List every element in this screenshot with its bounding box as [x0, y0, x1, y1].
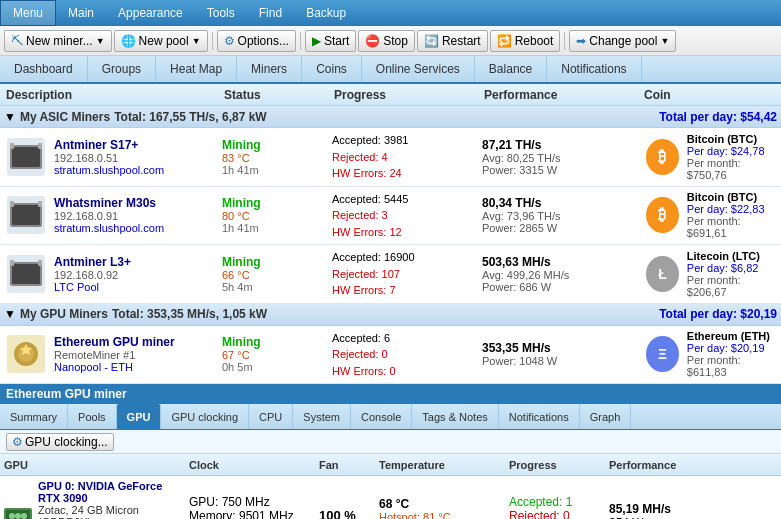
miner-perf-col: 503,63 MH/s Avg: 499,26 MH/s Power: 686 … [480, 245, 640, 303]
col-coin: Coin [644, 88, 777, 102]
bottom-tab-gpu-clocking[interactable]: GPU clocking [161, 404, 249, 429]
miner-name: Whatsminer M30s [54, 196, 218, 210]
gpu-clocking-button[interactable]: ⚙ GPU clocking... [6, 433, 114, 451]
miner-desc-col: Whatsminer M30s 192.168.0.91 stratum.slu… [52, 187, 220, 245]
bottom-tab-console[interactable]: Console [351, 404, 412, 429]
menu-item-menu[interactable]: Menu [0, 0, 56, 26]
gpu-coin-day: Per day: $20,19 [687, 342, 775, 354]
coin-month: Per month: $750,76 [687, 157, 775, 181]
menu-item-main[interactable]: Main [56, 0, 106, 26]
miner-accepted: Accepted: 16900 [332, 249, 478, 266]
bottom-tabs: Summary Pools GPU GPU clocking CPU Syste… [0, 404, 781, 430]
coin-day: Per day: $24,78 [687, 145, 775, 157]
tab-coins[interactable]: Coins [302, 56, 362, 82]
gpu-miner-desc-col: Ethereum GPU miner RemoteMiner #1 Nanopo… [52, 326, 220, 384]
menu-item-appearance[interactable]: Appearance [106, 0, 195, 26]
gpu-group-expand-icon[interactable]: ▼ [4, 307, 16, 321]
gpu-clock-gpu: GPU: 750 MHz [189, 495, 311, 509]
tab-dashboard[interactable]: Dashboard [0, 56, 88, 82]
gpu-miner-temp: 67 °C [222, 349, 328, 361]
menu-item-find[interactable]: Find [247, 0, 294, 26]
coin-info: Bitcoin (BTC) Per day: $24,78 Per month:… [687, 133, 775, 181]
tab-heatmap[interactable]: Heat Map [156, 56, 237, 82]
change-pool-dropdown-arrow[interactable]: ▼ [660, 36, 669, 46]
miner-perf-col: 87,21 TH/s Avg: 80,25 TH/s Power: 3315 W [480, 128, 640, 186]
svg-rect-10 [10, 260, 14, 266]
miner-icon [7, 138, 45, 176]
tab-online-services[interactable]: Online Services [362, 56, 475, 82]
bottom-tab-pools[interactable]: Pools [68, 404, 117, 429]
tab-balance[interactable]: Balance [475, 56, 547, 82]
miner-temp: 83 °C [222, 152, 328, 164]
col-description: Description [4, 88, 224, 102]
miner-power: Power: 2865 W [482, 222, 638, 234]
toolbar-separator-2 [300, 32, 301, 50]
start-button[interactable]: ▶ Start [305, 30, 356, 52]
stop-button[interactable]: ⛔ Stop [358, 30, 415, 52]
bottom-tab-system[interactable]: System [293, 404, 351, 429]
bottom-tab-gpu[interactable]: GPU [117, 404, 162, 429]
svg-rect-2 [10, 143, 14, 149]
menu-item-backup[interactable]: Backup [294, 0, 358, 26]
new-miner-dropdown-arrow[interactable]: ▼ [96, 36, 105, 46]
bottom-tab-cpu[interactable]: CPU [249, 404, 293, 429]
options-button[interactable]: ⚙ Options... [217, 30, 296, 52]
miner-ip: 192.168.0.91 [54, 210, 218, 222]
miner-pool: stratum.slushpool.com [54, 222, 218, 234]
miner-accepted: Accepted: 3981 [332, 132, 478, 149]
new-pool-button[interactable]: 🌐 New pool ▼ [114, 30, 208, 52]
asic-miner-row[interactable]: Whatsminer M30s 192.168.0.91 stratum.slu… [0, 187, 781, 246]
bottom-tab-notifications[interactable]: Notifications [499, 404, 580, 429]
svg-rect-6 [10, 201, 14, 207]
new-miner-button[interactable]: ⛏ New miner... ▼ [4, 30, 112, 52]
miner-uptime: 5h 4m [222, 281, 328, 293]
svg-point-17 [15, 513, 21, 519]
toolbar-separator-3 [564, 32, 565, 50]
gpu-clocking-icon: ⚙ [12, 435, 23, 449]
gpu-coin-info: Ethereum (ETH) Per day: $20,19 Per month… [687, 330, 775, 378]
new-pool-dropdown-arrow[interactable]: ▼ [192, 36, 201, 46]
gpu-device-row[interactable]: GPU 0: NVIDIA GeForce RTX 3090 Zotac, 24… [0, 476, 781, 519]
miner-icon [7, 196, 45, 234]
miner-hashrate: 80,34 TH/s [482, 196, 638, 210]
bottom-tab-summary[interactable]: Summary [0, 404, 68, 429]
gpu-coin-icon: Ξ [646, 336, 679, 372]
miner-name: Antminer L3+ [54, 255, 218, 269]
change-pool-button[interactable]: ➡ Change pool ▼ [569, 30, 676, 52]
gpu-accepted: Accepted: 1 [509, 495, 601, 509]
asic-group-expand-icon[interactable]: ▼ [4, 110, 16, 124]
miner-rejected: Rejected: 3 [332, 207, 478, 224]
gpu-miner-icon-col [0, 326, 52, 384]
miner-name: Antminer S17+ [54, 138, 218, 152]
tab-miners[interactable]: Miners [237, 56, 302, 82]
gpu-group-header: ▼ My GPU Miners Total: 353,35 MH/s, 1,05… [0, 304, 781, 326]
tab-groups[interactable]: Groups [88, 56, 156, 82]
gpu-miner-power: Power: 1048 W [482, 355, 638, 367]
menu-bar: Menu Main Appearance Tools Find Backup [0, 0, 781, 26]
miner-hw: HW Errors: 12 [332, 224, 478, 241]
miner-uptime: 1h 41m [222, 164, 328, 176]
menu-item-tools[interactable]: Tools [195, 0, 247, 26]
miner-temp: 80 °C [222, 210, 328, 222]
gpu-miner-status: Mining [222, 335, 328, 349]
gpu-col-header-perf: Performance [609, 459, 777, 471]
miner-rejected: Rejected: 4 [332, 149, 478, 166]
restart-button[interactable]: 🔄 Restart [417, 30, 488, 52]
tab-notifications[interactable]: Notifications [547, 56, 641, 82]
miner-status: Mining [222, 138, 328, 152]
bottom-tab-graph[interactable]: Graph [580, 404, 632, 429]
gpu-perf-power: 254 W [609, 516, 777, 520]
gpu-miner-row[interactable]: Ethereum GPU miner RemoteMiner #1 Nanopo… [0, 326, 781, 385]
miner-progress-col: Accepted: 3981 Rejected: 4 HW Errors: 24 [330, 128, 480, 186]
restart-icon: 🔄 [424, 34, 439, 48]
gpu-group-label: My GPU Miners [20, 307, 108, 321]
col-performance: Performance [484, 88, 644, 102]
asic-miner-row[interactable]: Antminer L3+ 192.168.0.92 LTC Pool Minin… [0, 245, 781, 304]
gpu-device-info: GPU 0: NVIDIA GeForce RTX 3090 Zotac, 24… [38, 480, 181, 519]
bottom-tab-tags-notes[interactable]: Tags & Notes [412, 404, 498, 429]
asic-miner-row[interactable]: Antminer S17+ 192.168.0.51 stratum.slush… [0, 128, 781, 187]
bottom-miner-name: Ethereum GPU miner [6, 387, 127, 401]
reboot-button[interactable]: 🔁 Reboot [490, 30, 561, 52]
svg-rect-7 [38, 201, 42, 207]
coin-info: Bitcoin (BTC) Per day: $22,83 Per month:… [687, 191, 775, 239]
